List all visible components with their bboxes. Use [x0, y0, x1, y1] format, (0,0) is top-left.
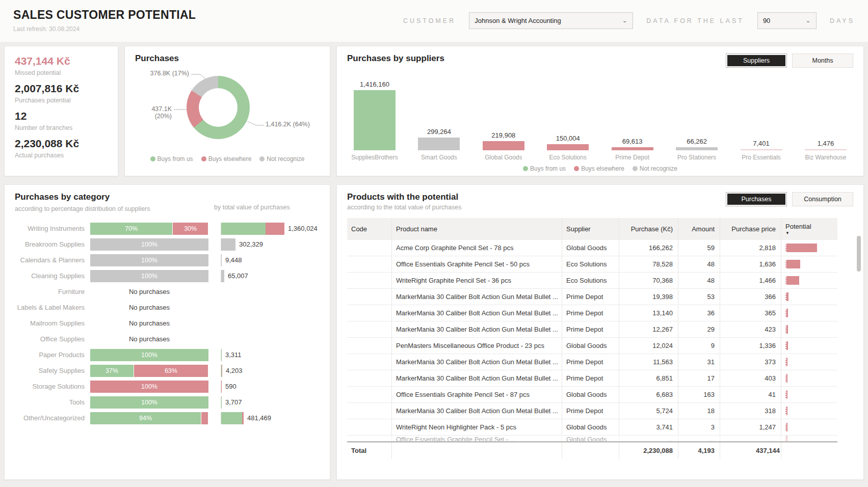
amount-cell: 31 — [678, 354, 720, 370]
percent-segment-green[interactable]: 37% — [90, 365, 134, 377]
potential-bar[interactable] — [785, 390, 787, 399]
value-bar-segment-gray[interactable] — [221, 238, 235, 251]
products-table-row[interactable]: Office Essentials Graphite Pencil Set - … — [347, 256, 837, 273]
product-name-cell: PenMasters Miscellaneous Office Product … — [392, 338, 562, 354]
chevron-down-icon: ⌄ — [622, 18, 627, 24]
value-bar-segment-green[interactable] — [221, 223, 266, 235]
suppliers-toggle-button-suppliers[interactable]: Suppliers — [726, 53, 787, 68]
products-table-row-clipped[interactable]: Office Essentials Graphite Pencil Set - … — [347, 436, 837, 442]
products-table-row[interactable]: MarkerMania 30 Caliber Bolt Action Gun M… — [347, 354, 837, 370]
percent-segment-red[interactable]: 100% — [90, 381, 208, 393]
category-value-zone: 3,707 — [221, 396, 242, 409]
value-bar-segment-red[interactable] — [222, 365, 222, 377]
column-header-product-name[interactable]: Product name — [392, 218, 562, 240]
days-dropdown[interactable]: 90 ⌄ — [757, 12, 817, 29]
legend-label: Buys from us — [157, 155, 193, 163]
percent-segment-green[interactable]: 100% — [90, 396, 208, 409]
potential-bar[interactable] — [785, 325, 788, 334]
value-bar-segment-red[interactable] — [221, 381, 222, 393]
value-bar-segment-green[interactable] — [221, 349, 222, 361]
potential-bar[interactable] — [785, 341, 788, 350]
products-table-row[interactable]: MarkerMania 30 Caliber Bolt Action Gun M… — [347, 403, 837, 419]
customer-dropdown[interactable]: Johnson & Wright Accounting ⌄ — [469, 12, 633, 29]
category-percent-bar: 100% — [90, 254, 208, 266]
legend-item-buys-elsewhere[interactable]: Buys elsewhere — [574, 165, 624, 172]
customer-label: CUSTOMER — [403, 17, 456, 24]
potential-bar[interactable] — [785, 358, 787, 366]
price-cell: 1,466 — [720, 273, 781, 288]
column-header-purchase-price[interactable]: Purchase price — [720, 218, 781, 240]
value-bar-segment-green[interactable] — [221, 396, 222, 409]
value-bar-segment-gray[interactable] — [221, 254, 222, 266]
legend-item-not-recognize[interactable]: Not recognize — [633, 165, 677, 172]
amount-cell: 59 — [678, 240, 720, 256]
legend-item-buys-from-us[interactable]: Buys from us — [150, 155, 193, 163]
category-percent-bar: 100% — [90, 238, 208, 251]
legend-item-buys-from-us[interactable]: Buys from us — [523, 165, 566, 172]
purchases-donut-chart[interactable] — [187, 76, 250, 139]
amount-cell: 18 — [678, 403, 720, 419]
potential-bar[interactable] — [785, 292, 788, 301]
purchases-donut-card: Purchases 376.8K (17%) 437.1K (20%) 1,41… — [124, 46, 330, 176]
supplier-bar-suppliesbrothers[interactable] — [354, 90, 396, 150]
products-toggle-button-purchases[interactable]: Purchases — [726, 192, 787, 206]
product-name-cell: Office Essentials Graphite Pencil Set - … — [392, 387, 562, 402]
products-table-row[interactable]: Office Essentials Graphite Pencil Set - … — [347, 387, 837, 403]
products-table-row[interactable]: WriteRight Graphite Pencil Set - 36 pcsE… — [347, 273, 837, 289]
value-bar-segment-gray[interactable] — [221, 270, 224, 282]
products-table-row[interactable]: PenMasters Miscellaneous Office Product … — [347, 338, 837, 354]
legend-dot-icon — [633, 166, 638, 171]
products-toggle-button-consumption[interactable]: Consumption — [792, 192, 853, 206]
supplier-bar-pro-essentials[interactable] — [741, 149, 782, 150]
percent-segment-red[interactable] — [201, 412, 208, 424]
potential-bar[interactable] — [785, 244, 817, 252]
column-header-amount[interactable]: Amount — [678, 218, 720, 240]
kpi-label: Missed potential — [15, 69, 108, 76]
potential-bar[interactable] — [785, 423, 787, 431]
value-bar-segment-green[interactable] — [221, 412, 242, 424]
supplier-bar-eco-solutions[interactable] — [547, 144, 589, 150]
column-header-code[interactable]: Code — [347, 218, 392, 240]
potential-bar[interactable] — [785, 260, 800, 268]
products-scrollbar-thumb[interactable] — [857, 236, 861, 272]
products-table-row[interactable]: MarkerMania 30 Caliber Bolt Action Gun M… — [347, 305, 837, 321]
percent-segment-red[interactable]: 63% — [134, 365, 208, 377]
no-purchases-text: No purchases — [90, 319, 208, 327]
products-scrollbar-track[interactable] — [857, 234, 861, 470]
legend-item-buys-elsewhere[interactable]: Buys elsewhere — [201, 155, 252, 163]
percent-segment-gray[interactable]: 100% — [90, 238, 208, 251]
potential-bar[interactable] — [785, 309, 788, 317]
products-table-row[interactable]: MarkerMania 30 Caliber Bolt Action Gun M… — [347, 370, 837, 387]
percent-segment-green[interactable]: 100% — [90, 349, 208, 361]
supplier-bar-global-goods[interactable] — [483, 141, 524, 150]
price-cell: 423 — [720, 321, 781, 337]
percent-segment-gray[interactable]: 100% — [90, 270, 208, 282]
products-table-row[interactable]: MarkerMania 30 Caliber Bolt Action Gun M… — [347, 289, 837, 305]
products-card: Products with the potential according to… — [336, 184, 864, 480]
suppliers-toggle-button-months[interactable]: Months — [792, 53, 853, 68]
column-header-purchase-k-[interactable]: Purchase (Kč) — [619, 218, 678, 240]
percent-segment-green[interactable]: 70% — [90, 223, 172, 235]
supplier-bar-prime-depot[interactable] — [612, 147, 653, 150]
products-table-row[interactable]: Acme Corp Graphite Pencil Set - 78 pcsGl… — [347, 240, 837, 256]
products-table-row[interactable]: WriteRight Neon Highlighter Pack - 5 pcs… — [347, 419, 837, 436]
percent-segment-red[interactable]: 30% — [173, 223, 208, 235]
potential-bar[interactable] — [785, 276, 799, 285]
products-table-row[interactable]: MarkerMania 30 Caliber Bolt Action Gun M… — [347, 321, 837, 338]
potential-bar[interactable] — [785, 436, 787, 442]
column-header-potential[interactable]: Potential▼ — [781, 218, 837, 240]
percent-segment-green[interactable]: 94% — [90, 412, 201, 424]
value-bar-segment-red[interactable] — [242, 412, 244, 424]
supplier-bar-smart-goods[interactable] — [418, 138, 460, 150]
percent-segment-gray[interactable]: 100% — [90, 254, 208, 266]
price-cell: 366 — [720, 289, 781, 305]
kpi-label: Actual purchases — [15, 152, 108, 159]
potential-bar[interactable] — [785, 374, 787, 383]
supplier-bar-biz-warehouse[interactable] — [805, 149, 847, 150]
category-row: Office SuppliesNo purchases — [15, 331, 320, 347]
column-header-supplier[interactable]: Supplier — [562, 218, 619, 240]
legend-item-not-recognize[interactable]: Not recognize — [259, 155, 304, 163]
value-bar-segment-red[interactable] — [266, 223, 284, 235]
potential-bar[interactable] — [785, 407, 787, 415]
supplier-bar-pro-stationers[interactable] — [676, 147, 718, 150]
